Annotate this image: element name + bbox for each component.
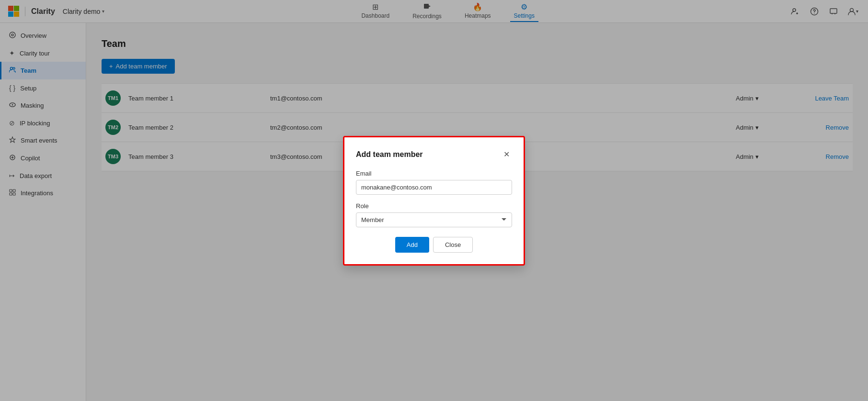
role-label: Role: [356, 202, 512, 210]
modal-close-button[interactable]: ✕: [501, 149, 512, 160]
modal-title: Add team member: [356, 150, 423, 159]
email-field-group: Email: [356, 170, 512, 195]
modal-close-button-alt[interactable]: Close: [433, 237, 473, 253]
modal-add-button[interactable]: Add: [395, 237, 429, 253]
modal-actions: Add Close: [356, 237, 512, 253]
add-team-member-modal: Add team member ✕ Email Role Member Admi…: [343, 136, 525, 266]
modal-overlay[interactable]: Add team member ✕ Email Role Member Admi…: [0, 0, 868, 401]
close-icon: ✕: [503, 150, 510, 159]
email-input[interactable]: [356, 180, 512, 195]
role-select[interactable]: Member Admin: [356, 212, 512, 227]
role-field-group: Role Member Admin: [356, 202, 512, 227]
email-label: Email: [356, 170, 512, 177]
modal-header: Add team member ✕: [356, 149, 512, 160]
